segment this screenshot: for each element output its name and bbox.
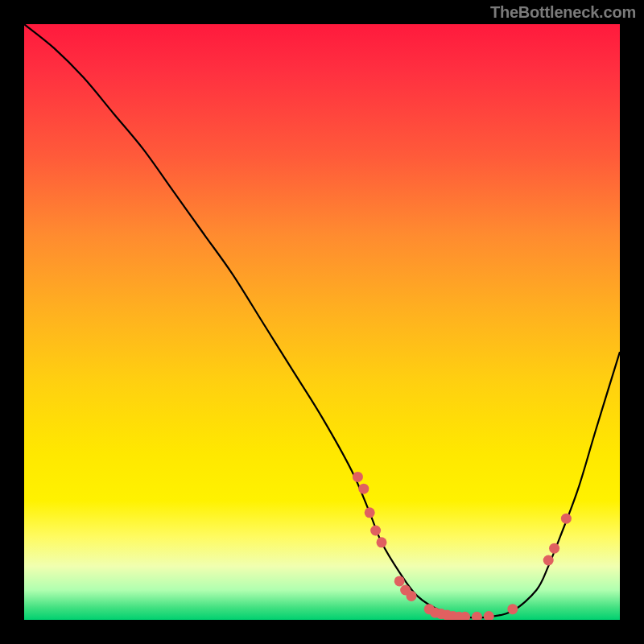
curve-marker bbox=[543, 555, 554, 566]
curve-marker bbox=[561, 514, 572, 524]
curve-marker bbox=[365, 507, 375, 518]
curve-marker bbox=[507, 604, 518, 614]
curve-markers bbox=[353, 472, 572, 620]
curve-marker bbox=[353, 472, 363, 482]
curve-marker bbox=[394, 576, 405, 586]
curve-marker bbox=[549, 543, 559, 554]
bottleneck-curve bbox=[24, 24, 620, 617]
plot-area bbox=[24, 24, 620, 620]
curve-marker bbox=[407, 591, 417, 601]
curve-marker bbox=[370, 526, 381, 536]
attribution-text: TheBottleneck.com bbox=[490, 3, 636, 22]
curve-marker bbox=[472, 612, 482, 620]
curve-marker bbox=[358, 484, 369, 494]
curve-marker bbox=[377, 537, 387, 547]
chart-container: TheBottleneck.com bbox=[0, 0, 644, 644]
curve-svg bbox=[24, 24, 620, 620]
curve-marker bbox=[484, 611, 494, 620]
